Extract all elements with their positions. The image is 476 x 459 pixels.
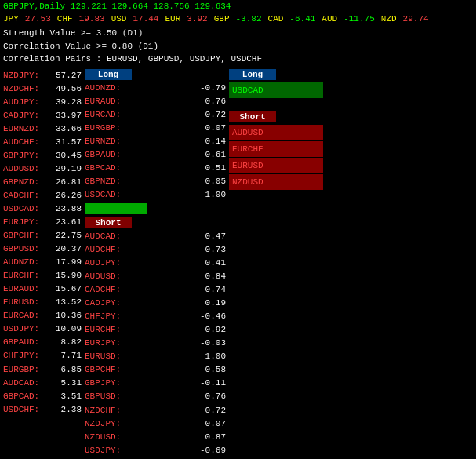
pair-row: NZDJPY:-0.07 [85,417,226,431]
short-badge: Short [85,217,226,230]
list-item: EURGBP:6.85 [3,363,82,377]
aud-val: -11.75 [343,14,375,24]
pair-row: AUDNZD:-0.79 [85,82,226,95]
pair-row: CHFJPY:-0.46 [85,310,226,323]
pair-row: GBPAUD:0.61 [85,148,226,162]
strength-label: Strength Value >= 3.50 (D1) [3,27,473,40]
cad-label: CAD [268,14,284,24]
currency-row: JPY 27.53 CHF 19.83 USD 17.44 EUR 3.92 G… [0,13,476,25]
list-item: USDCAD:23.88 [3,202,82,216]
list-item: NZDJPY:57.27 [3,69,82,82]
list-item: CHFJPY:7.71 [3,349,82,362]
pair-row: NZDUSD:0.87 [85,431,226,444]
list-item: GBPJPY:30.45 [3,149,82,162]
right-short-eurusd: EURUSD [229,158,323,173]
list-item: USDCHF:2.38 [3,403,82,417]
list-item: GBPUSD:20.37 [3,242,82,256]
pair-row: GBPJPY:-0.11 [85,377,226,390]
right-col: Long USDCAD Short AUDUSD EURCHF EURUSD N… [229,69,323,460]
pair-row: USDCAD:1.00 [85,188,226,202]
cad-val: -6.41 [289,14,315,24]
jpy-val: 27.53 [25,14,51,24]
pair-row: NZDCHF:0.72 [85,404,226,417]
list-item: GBPAUD:8.82 [3,336,82,349]
pair-row: AUDCHF:0.73 [85,243,226,257]
right-long-header: Long [229,69,323,82]
list-item: USDJPY:10.09 [3,322,82,336]
list-item: GBPCHF:22.75 [3,229,82,242]
pair-row: AUDJPY:0.41 [85,257,226,270]
pair-row: CADJPY:0.19 [85,297,226,310]
mid-col: Long AUDNZD:-0.79 EURAUD:0.76 EURCAD:0.7… [85,69,226,460]
header-bar: GBPJPY,Daily 129.221 129.664 128.756 129… [0,0,476,13]
list-item: GBPNZD:26.81 [3,176,82,189]
pair-row: EURAUD:0.76 [85,95,226,108]
pair-row: GBPNZD:0.05 [85,175,226,188]
long-header: Long [85,69,226,82]
list-item: EURAUD:15.67 [3,282,82,296]
list-item: AUDCAD:5.31 [3,377,82,390]
correlation-label: Correlation Value >= 0.80 (D1) [3,40,473,53]
list-item: AUDUSD:29.19 [3,162,82,176]
pair-row: GBPCHF:0.58 [85,363,226,377]
green-bar [85,203,147,214]
list-item: EURCAD:10.36 [3,309,82,322]
nzd-label: NZD [381,14,397,24]
eur-val: 3.92 [187,14,207,24]
pair-row: AUDUSD:0.84 [85,270,226,283]
gbp-label: GBP [214,14,230,24]
list-item: NZDCHF:49.56 [3,82,82,96]
pair-row: CADCHF:0.74 [85,283,226,297]
list-item: EURJPY:23.61 [3,216,82,229]
jpy-label: JPY [3,14,19,24]
list-item: EURNZD:33.66 [3,122,82,136]
pair-row: EURCAD:0.72 [85,108,226,122]
list-item: CADJPY:33.97 [3,109,82,122]
right-short-nzdusd: NZDUSD [229,174,323,190]
pair-row: GBPUSD:0.76 [85,390,226,403]
info-section: Strength Value >= 3.50 (D1) Correlation … [0,25,476,67]
list-item: CADCHF:26.26 [3,189,82,202]
chf-label: CHF [57,14,73,24]
chart-title: GBPJPY,Daily 129.221 129.664 128.756 129… [3,2,231,11]
list-item: EURCHF:15.90 [3,269,82,282]
usd-val: 17.44 [133,14,158,24]
pair-row: AUDCAD:0.47 [85,230,226,243]
pair-row: EURJPY:-0.03 [85,337,226,350]
right-short-eurchf: EURCHF [229,141,323,157]
pair-row: GBPCAD:0.51 [85,162,226,175]
pair-row: EURCHF:0.92 [85,323,226,337]
pair-row: USDJPY:-0.69 [85,444,226,457]
eur-label: EUR [165,14,180,24]
correlation-pairs: Correlation Pairs : EURUSD, GBPUSD, USDJ… [3,53,473,66]
chf-val: 19.83 [79,14,105,24]
gbp-val: -3.82 [236,14,262,24]
list-item: AUDCHF:31.57 [3,136,82,149]
right-long-usdcad: USDCAD [229,82,323,98]
list-item: EURUSD:13.52 [3,296,82,309]
list-item: AUDNZD:17.99 [3,256,82,269]
right-short-audusd: AUDUSD [229,125,323,140]
aud-label: AUD [322,14,337,24]
pair-row: EURGBP:0.07 [85,122,226,135]
left-col: NZDJPY:57.27 NZDCHF:49.56 AUDJPY:39.28 C… [3,69,82,460]
list-item: GBPCAD:3.51 [3,390,82,403]
list-item: AUDJPY:39.28 [3,96,82,109]
main-content: NZDJPY:57.27 NZDCHF:49.56 AUDJPY:39.28 C… [0,67,476,460]
usd-label: USD [111,14,127,24]
pair-row: EURUSD:1.00 [85,350,226,363]
right-short-header: Short [229,111,323,124]
pair-row: EURNZD:0.14 [85,135,226,148]
nzd-val: 29.74 [403,14,429,24]
